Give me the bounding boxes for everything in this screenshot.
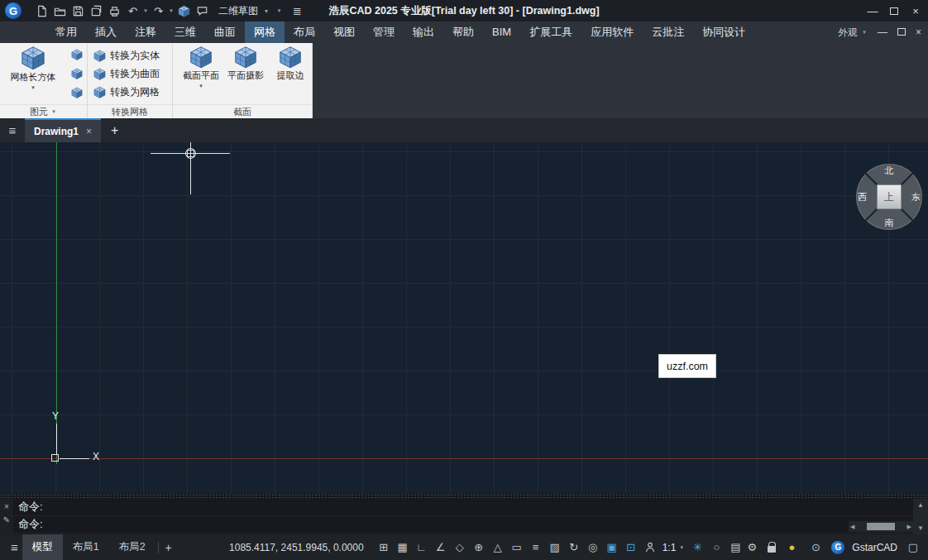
layout-tab-layout2[interactable]: 布局2 (109, 534, 155, 560)
drawing-canvas[interactable]: Y X 北 南 西 东 上 uzzf.com (0, 142, 928, 494)
chevron-down-icon[interactable]: ▾ (30, 84, 36, 91)
document-tab-drawing1[interactable]: Drawing1 × (25, 118, 101, 142)
tab-annotate[interactable]: 注释 (126, 22, 165, 43)
auto-annotation-icon[interactable]: ✳ (689, 539, 706, 556)
polar-tracking-icon[interactable]: ∠ (433, 539, 449, 556)
scroll-left-icon[interactable]: ◀ (850, 524, 854, 530)
compass-east-label[interactable]: 东 (911, 191, 921, 203)
object-snap-icon[interactable]: ◇ (452, 539, 468, 556)
restore-button[interactable] (883, 0, 905, 22)
tab-bim[interactable]: BIM (483, 22, 520, 43)
mesh-box-button[interactable]: 网格长方体 ▾ (3, 45, 63, 103)
network-status-icon[interactable]: ⊙ (807, 539, 824, 556)
redo-dropdown-icon[interactable]: ▾ (168, 7, 175, 14)
tab-mesh[interactable]: 网格 (245, 22, 285, 43)
snap-toggle-icon[interactable]: ⊞ (376, 539, 392, 556)
workspace-switcher[interactable]: 二维草图 ▾ (218, 4, 270, 18)
tab-applications[interactable]: 应用软件 (581, 22, 643, 43)
add-layout-button[interactable]: + (160, 541, 176, 554)
document-menu-icon[interactable]: ≡ (0, 123, 25, 137)
extract-edges-button[interactable]: 提取边 (269, 45, 312, 103)
quick-view-icon[interactable]: ⊡ (623, 539, 639, 556)
object-snap-tracking-icon[interactable]: ⊕ (471, 539, 487, 556)
view-compass[interactable]: 北 南 西 东 上 (856, 164, 922, 230)
annotation-scale-dropdown[interactable]: 1:1 ▾ (663, 542, 686, 553)
tab-home[interactable]: 常用 (46, 22, 86, 43)
3d-object-snap-icon[interactable]: ◎ (585, 539, 601, 556)
annotation-person-icon[interactable] (642, 539, 658, 556)
close-button[interactable]: × (905, 0, 926, 22)
tab-cloud-markup[interactable]: 云批注 (643, 22, 693, 43)
tab-insert[interactable]: 插入 (86, 22, 126, 43)
dynamic-ucs-icon[interactable]: △ (490, 539, 506, 556)
layout-tab-model[interactable]: 模型 (22, 534, 63, 560)
increase-smoothness-button[interactable] (69, 66, 84, 81)
workspace-dropdown-icon[interactable]: ▾ (263, 7, 270, 15)
save-button[interactable] (69, 2, 87, 20)
feedback-button[interactable] (194, 2, 211, 20)
doc-restore-button[interactable] (897, 26, 906, 38)
statusbar-menu-icon[interactable]: ≡ (7, 540, 22, 554)
command-history[interactable]: 命令: 命令: (13, 499, 913, 534)
convert-to-mesh-button[interactable]: 转换为网格 (93, 84, 160, 100)
flatshot-button[interactable]: 平面摄影 (224, 45, 267, 103)
section-plane-button[interactable]: 截面平面 ▾ (179, 45, 222, 103)
smooth-object-button[interactable] (69, 47, 84, 62)
undo-dropdown-icon[interactable]: ▾ (142, 7, 149, 14)
scrollbar-thumb[interactable] (867, 523, 895, 530)
qat-more-button[interactable]: ▾ (270, 2, 288, 20)
appearance-dropdown[interactable]: 外观 ▾ (838, 26, 868, 40)
scroll-up-icon[interactable]: ▲ (917, 501, 924, 509)
dynamic-input-icon[interactable]: ▭ (509, 539, 525, 556)
scroll-right-icon[interactable]: ▶ (907, 524, 911, 530)
undo-button[interactable]: ↶ (124, 2, 141, 20)
command-close-icon[interactable]: × (4, 502, 9, 511)
module-button[interactable] (175, 2, 193, 20)
quick-properties-icon[interactable]: ▤ (727, 539, 744, 556)
fullscreen-icon[interactable]: ▢ (905, 539, 921, 556)
compass-south-label[interactable]: 南 (856, 217, 922, 229)
open-file-button[interactable] (51, 2, 69, 20)
lineweight-icon[interactable]: ≡ (528, 539, 544, 556)
annotation-monitor-icon[interactable]: ○ (708, 539, 725, 556)
grid-toggle-icon[interactable]: ▦ (395, 539, 411, 556)
tab-collaboration[interactable]: 协同设计 (693, 22, 754, 43)
tab-help[interactable]: 帮助 (443, 22, 483, 43)
command-line-2[interactable]: 命令: (13, 516, 913, 534)
minimize-button[interactable]: — (862, 0, 883, 22)
scroll-down-icon[interactable]: ▼ (917, 524, 924, 532)
selection-cycling-icon[interactable]: ↻ (566, 539, 582, 556)
tab-surface[interactable]: 曲面 (205, 22, 245, 43)
plot-button[interactable] (106, 2, 123, 20)
panel-flyout-icon[interactable]: ▾ (50, 108, 57, 115)
tab-view[interactable]: 视图 (324, 22, 364, 43)
close-tab-icon[interactable]: × (86, 126, 92, 137)
tab-manage[interactable]: 管理 (364, 22, 404, 43)
tab-3d[interactable]: 三维 (165, 22, 205, 43)
new-file-button[interactable] (33, 2, 50, 20)
coordinates-display[interactable]: 1085.4117, 2451.9945, 0.0000 (229, 542, 364, 553)
transparency-icon[interactable]: ▨ (547, 539, 563, 556)
tab-layout[interactable]: 布局 (285, 22, 324, 43)
command-vertical-scrollbar[interactable]: ▲ ▼ (913, 499, 928, 534)
settings-gear-icon[interactable]: ⚙ (744, 539, 760, 556)
doc-close-button[interactable]: × (916, 26, 921, 38)
decrease-smoothness-button[interactable] (69, 85, 84, 100)
tab-output[interactable]: 输出 (404, 22, 443, 43)
ortho-toggle-icon[interactable]: ∟ (414, 539, 430, 556)
command-horizontal-scrollbar[interactable]: ◀ ▶ (849, 521, 913, 532)
redo-button[interactable]: ↷ (150, 2, 167, 20)
compass-top-view-button[interactable]: 上 (877, 184, 902, 209)
gstarcad-logo-icon[interactable]: G (831, 541, 844, 554)
qat-overflow-button[interactable]: ≣ (289, 2, 306, 20)
convert-to-solid-button[interactable]: 转换为实体 (93, 47, 160, 64)
panel-label-primitives[interactable]: 图元 ▾ (0, 104, 87, 118)
compass-west-label[interactable]: 西 (858, 191, 867, 203)
isolate-objects-bulb-icon[interactable]: ● (783, 539, 800, 556)
convert-to-surface-button[interactable]: 转换为曲面 (93, 65, 160, 82)
new-tab-button[interactable]: + (111, 123, 118, 138)
command-window[interactable]: × ✎ 命令: 命令: ▲ ▼ ◀ ▶ (0, 494, 928, 534)
doc-minimize-button[interactable]: — (878, 26, 887, 38)
model-paper-toggle-icon[interactable]: ▣ (604, 539, 620, 556)
app-logo-icon[interactable]: G (5, 2, 22, 19)
